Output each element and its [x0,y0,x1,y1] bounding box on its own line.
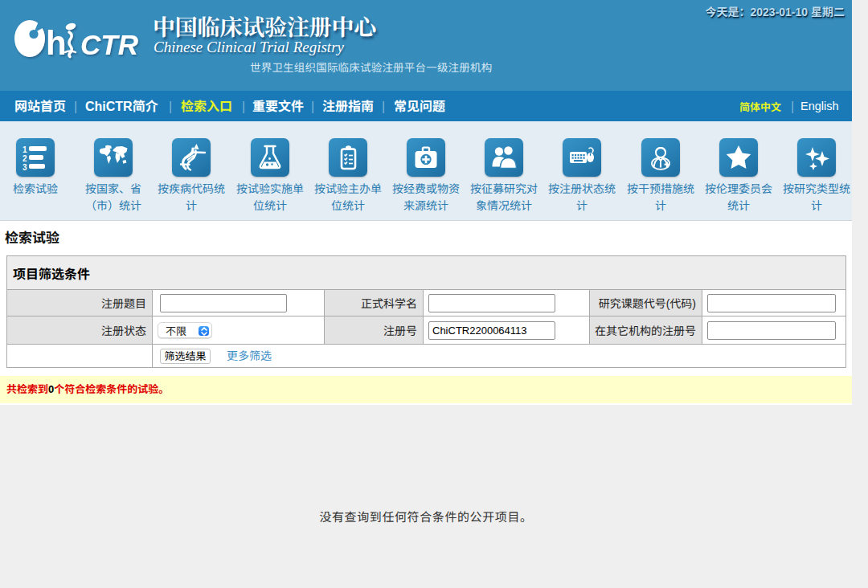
svg-text:2: 2 [23,154,27,163]
svg-text:h: h [46,24,67,62]
svg-text:1: 1 [23,145,27,154]
svg-text:3: 3 [23,163,27,170]
svg-text:CTR: CTR [80,29,139,60]
